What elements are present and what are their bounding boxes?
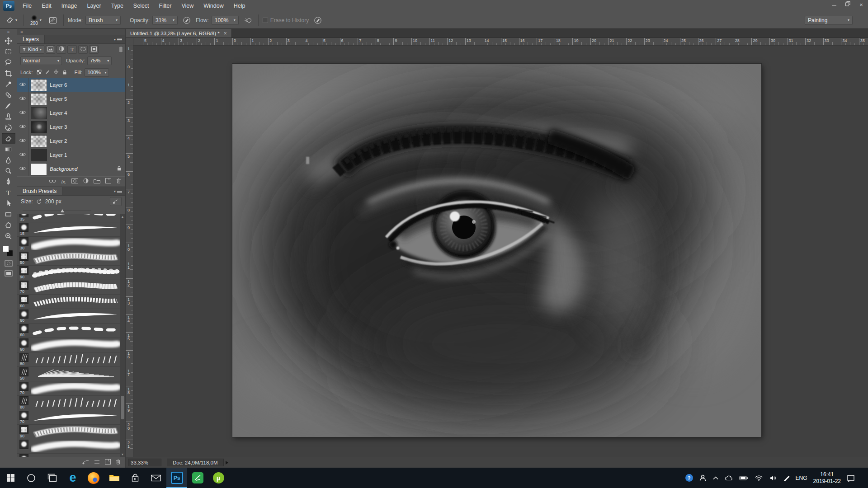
layer-row-layer-5[interactable]: Layer 5 (17, 92, 125, 106)
tool-blur[interactable] (2, 155, 15, 165)
tool-type[interactable]: T (2, 187, 15, 198)
brush-preset-row[interactable]: 80 (17, 352, 120, 367)
tool-dodge[interactable] (2, 165, 15, 176)
layer-row-layer-6[interactable]: Layer 6 (17, 78, 125, 92)
tool-healing-brush[interactable] (2, 89, 15, 100)
lock-transparency-button[interactable] (35, 69, 43, 76)
brush-preset-row[interactable]: 60 (17, 338, 120, 352)
panel-menu-button[interactable]: ▾ (114, 187, 125, 195)
tool-path-selection[interactable] (2, 198, 15, 209)
tool-shape[interactable] (2, 209, 15, 220)
tool-history-brush[interactable] (2, 122, 15, 133)
menu-view[interactable]: View (176, 0, 198, 12)
delete-layer-button[interactable] (116, 178, 121, 185)
menu-file[interactable]: File (18, 0, 37, 12)
size-value[interactable]: 200 px (45, 198, 61, 205)
toggle-brush-panel-button[interactable] (47, 14, 59, 27)
dock-collapse-button[interactable]: « (17, 29, 125, 35)
opacity-field[interactable]: 31%▾ (152, 16, 178, 25)
layer-thumbnail[interactable] (31, 122, 47, 133)
brush-preset-row[interactable] (17, 439, 120, 454)
tool-clone-stamp[interactable] (2, 111, 15, 122)
menu-edit[interactable]: Edit (37, 0, 57, 12)
scrollbar-thumb[interactable] (121, 396, 124, 419)
lock-position-button[interactable] (52, 69, 60, 76)
visibility-toggle[interactable] (17, 106, 28, 120)
taskbar-green-notes-app-button[interactable] (187, 468, 208, 488)
taskbar-file-explorer-button[interactable] (104, 468, 125, 488)
tool-marquee[interactable] (2, 46, 15, 57)
help-icon[interactable]: ? (685, 474, 693, 482)
tool-zoom[interactable] (2, 230, 15, 241)
brush-preset-row[interactable]: 35 (17, 214, 120, 222)
adjustment-layer-button[interactable] (83, 178, 89, 185)
tool-hand[interactable] (2, 220, 15, 230)
delete-brush-button[interactable] (116, 459, 121, 466)
brush-preset-row[interactable]: 80 (17, 396, 120, 410)
tool-lasso[interactable] (2, 57, 15, 68)
zoom-level-field[interactable]: 33,33% (128, 459, 161, 466)
show-desktop-button[interactable] (861, 468, 863, 488)
pressure-size-button[interactable] (311, 14, 324, 27)
close-tab-icon[interactable]: × (224, 30, 227, 37)
visibility-toggle[interactable] (17, 92, 28, 106)
brush-preset-row[interactable]: 60 (17, 295, 120, 309)
onedrive-icon[interactable] (725, 475, 733, 481)
brush-preset-row[interactable]: 30 (17, 237, 120, 251)
layer-thumbnail[interactable] (31, 136, 47, 147)
slider-thumb[interactable] (61, 209, 64, 212)
brush-preset-row[interactable]: 50 (17, 367, 120, 381)
brush-preset-row[interactable]: 60 (17, 309, 120, 324)
filter-toggle[interactable] (119, 46, 123, 53)
language-indicator[interactable]: ENG (796, 475, 807, 481)
mode-dropdown[interactable]: Brush▾ (85, 16, 121, 25)
menu-type[interactable]: Type (106, 0, 128, 12)
bristle-preview-button[interactable] (110, 197, 122, 206)
tool-brush[interactable] (2, 100, 15, 111)
adjustment-filter-button[interactable] (57, 45, 66, 54)
shape-filter-button[interactable] (78, 45, 88, 54)
tool-move[interactable] (2, 35, 15, 46)
quick-mask-button[interactable] (2, 258, 15, 268)
brush-preset-row[interactable]: 60 (17, 324, 120, 338)
brush-preset-row[interactable]: 70 (17, 410, 120, 425)
horizontal-ruler[interactable]: 5432101234567891011121314151617181920212… (126, 38, 868, 46)
tool-pen[interactable] (2, 176, 15, 187)
document-size-info[interactable]: Doc: 24,9M/118,0M (167, 459, 224, 466)
action-center-icon[interactable] (847, 474, 855, 482)
foreground-color-swatch[interactable] (3, 246, 9, 252)
taskbar-edge-button[interactable]: e (62, 468, 83, 488)
layer-row-layer-2[interactable]: Layer 2 (17, 134, 125, 148)
taskbar-firefox-button[interactable] (83, 468, 104, 488)
clock[interactable]: 16:41 2019-01-22 (813, 471, 841, 485)
reset-size-icon[interactable] (36, 199, 42, 204)
close-button[interactable]: × (854, 0, 868, 9)
canvas[interactable] (232, 64, 761, 437)
layer-row-background[interactable]: Background (17, 162, 125, 176)
layer-style-button[interactable]: fx. (61, 178, 66, 185)
layer-thumbnail[interactable] (31, 150, 47, 161)
menu-image[interactable]: Image (57, 0, 82, 12)
size-slider[interactable] (17, 207, 125, 214)
taskbar-store-button[interactable] (125, 468, 146, 488)
layer-mask-button[interactable] (71, 178, 78, 185)
canvas-viewport[interactable] (133, 46, 868, 457)
vertical-ruler[interactable]: 10123456789101112131415161718192021 (126, 46, 133, 457)
workspace-switcher[interactable]: Painting▾ (805, 16, 853, 25)
menu-window[interactable]: Window (198, 0, 228, 12)
brush-preset-row[interactable]: 50 (17, 251, 120, 266)
taskbar-utorrent-button[interactable]: µ (208, 468, 229, 488)
tool-eyedropper[interactable] (2, 79, 15, 89)
brush-preset-row[interactable]: 90 (17, 266, 120, 280)
taskbar-mail-button[interactable] (146, 468, 166, 488)
pixel-layer-filter-button[interactable] (46, 45, 55, 54)
lock-all-button[interactable] (61, 69, 69, 76)
brush-preset-row[interactable] (17, 454, 120, 457)
chevron-up-icon[interactable] (712, 476, 719, 480)
smart-object-filter-button[interactable] (89, 45, 99, 54)
brush-preset-row[interactable]: 70 (17, 280, 120, 295)
panel-menu-button[interactable]: ▾ (114, 35, 125, 43)
tool-preset-picker[interactable]: ▾ (4, 14, 19, 27)
visibility-toggle[interactable] (17, 134, 28, 148)
document-tab[interactable]: Untitled-1 @ 33,3% (Layer 6, RGB/8) * × (126, 29, 232, 38)
